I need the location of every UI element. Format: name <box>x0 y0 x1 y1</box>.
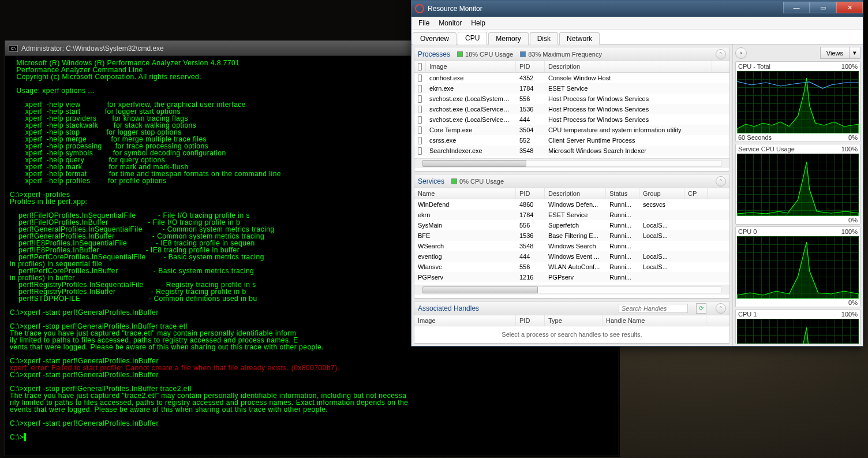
services-panel: Services 0% CPU Usage ⌃ Name PID Descrip… <box>414 174 730 299</box>
menu-monitor[interactable]: Monitor <box>434 18 466 28</box>
col-image[interactable]: Image <box>414 315 516 326</box>
menu-help[interactable]: Help <box>466 18 490 28</box>
table-row[interactable]: ekrn1784ESET ServiceRunni... <box>414 210 729 220</box>
row-checkbox[interactable] <box>414 105 426 114</box>
graph-label: CPU 1 <box>738 311 757 318</box>
services-list: WinDefend4860Windows Defen...Runni...sec… <box>414 199 729 285</box>
table-row[interactable]: SysMain556SuperfetchRunni...LocalS... <box>414 220 729 230</box>
minimize-button[interactable]: — <box>783 2 810 13</box>
menu-file[interactable]: File <box>414 18 434 28</box>
col-status[interactable]: Status <box>606 188 639 199</box>
graph-max: 100% <box>841 228 858 235</box>
row-checkbox[interactable] <box>414 95 426 103</box>
cpu-usage-label: 18% CPU Usage <box>465 51 513 58</box>
col-type[interactable]: Type <box>545 315 603 326</box>
collapse-button[interactable]: ⌃ <box>716 49 726 59</box>
search-handles-input[interactable] <box>619 304 688 313</box>
tab-cpu[interactable]: CPU <box>458 32 487 44</box>
views-label: Views <box>821 48 849 58</box>
graph-label: Service CPU Usage <box>738 146 795 152</box>
row-checkbox[interactable] <box>414 136 426 145</box>
table-row[interactable]: SearchIndexer.exe3548Microsoft Windows S… <box>414 146 729 156</box>
graph-foot-left: 60 Seconds <box>738 134 772 141</box>
table-row[interactable]: svchost.exe (LocalServiceNet...444Host P… <box>414 114 729 125</box>
table-row[interactable]: svchost.exe (LocalSystemNet...556Host Pr… <box>414 94 729 104</box>
chevron-down-icon: ▾ <box>849 47 860 58</box>
table-row[interactable]: WSearch3548Windows SearchRunni... <box>414 241 729 251</box>
processes-panel: Processes 18% CPU Usage 83% Maximum Freq… <box>414 47 730 172</box>
menubar: File Monitor Help <box>411 17 863 29</box>
expand-graphs-button[interactable]: › <box>735 47 747 59</box>
h-scrollbar[interactable] <box>414 285 729 295</box>
graph-service-cpu-usage: Service CPU Usage100%0% <box>735 144 860 225</box>
graph-cpu-1: CPU 1100% <box>735 309 860 344</box>
col-handle-name[interactable]: Handle Name <box>603 315 706 326</box>
cmd-icon: c:\ <box>9 45 18 52</box>
graph-label: CPU - Total <box>738 63 770 70</box>
collapse-button[interactable]: ⌃ <box>716 176 726 187</box>
graph-cpu-total: CPU - Total100%60 Seconds0% <box>735 61 860 142</box>
resource-monitor-window: Resource Monitor — ▭ ✕ File Monitor Help… <box>411 0 863 347</box>
table-row[interactable]: csrss.exe552Client Server Runtime Proces… <box>414 135 729 146</box>
table-row[interactable]: PGPserv1216PGPservRunni... <box>414 272 729 282</box>
svc-cpu-label: 0% CPU Usage <box>459 178 504 185</box>
table-row[interactable]: svchost.exe (LocalServiceNo...1536Host P… <box>414 104 729 114</box>
col-cp[interactable]: CP <box>684 188 708 199</box>
max-freq-label: 83% Maximum Frequency <box>528 51 602 58</box>
cmd-title: Administrator: C:\Windows\System32\cmd.e… <box>21 44 164 53</box>
row-checkbox[interactable] <box>414 147 426 155</box>
row-checkbox[interactable] <box>414 116 426 124</box>
tabs: Overview CPU Memory Disk Network <box>411 29 863 44</box>
handles-title: Associated Handles <box>418 304 479 312</box>
col-pid[interactable]: PID <box>516 315 545 326</box>
graph-max: 100% <box>841 311 858 318</box>
maximize-button[interactable]: ▭ <box>810 2 836 13</box>
services-title: Services <box>418 177 444 185</box>
max-freq-icon <box>520 51 526 57</box>
col-desc[interactable]: Description <box>545 61 712 72</box>
graph-max: 100% <box>841 146 858 152</box>
graph-foot-right: 0% <box>848 217 858 224</box>
svc-cpu-icon <box>451 178 457 184</box>
col-desc[interactable]: Description <box>545 188 606 199</box>
views-dropdown[interactable]: Views ▾ <box>820 47 860 59</box>
select-all-checkbox[interactable] <box>414 61 426 72</box>
tab-network[interactable]: Network <box>559 32 600 44</box>
rm-titlebar[interactable]: Resource Monitor — ▭ ✕ <box>411 1 863 17</box>
table-row[interactable]: ekrn.exe1784ESET Service <box>414 83 729 94</box>
table-row[interactable]: eventlog444Windows Event ...Runni...Loca… <box>414 251 729 262</box>
processes-header: Image PID Description <box>414 61 729 73</box>
app-icon <box>415 4 424 13</box>
close-button[interactable]: ✕ <box>836 2 863 13</box>
processes-list: conhost.exe4352Console Window Hostekrn.e… <box>414 73 729 158</box>
tab-disk[interactable]: Disk <box>530 32 558 44</box>
col-group[interactable]: Group <box>639 188 684 199</box>
handles-header: Image PID Type Handle Name <box>414 315 729 326</box>
row-checkbox[interactable] <box>414 84 426 93</box>
tab-overview[interactable]: Overview <box>413 32 457 44</box>
views-bar: › Views ▾ <box>735 47 860 59</box>
col-image[interactable]: Image <box>426 61 516 72</box>
rm-title: Resource Monitor <box>428 5 482 13</box>
table-row[interactable]: WinDefend4860Windows Defen...Runni...sec… <box>414 199 729 210</box>
col-name[interactable]: Name <box>414 188 516 199</box>
graph-label: CPU 0 <box>738 228 757 235</box>
row-checkbox[interactable] <box>414 126 426 135</box>
handles-panel: Associated Handles ⟳ ⌃ Image PID Type Ha… <box>414 301 730 344</box>
tab-memory[interactable]: Memory <box>488 32 528 44</box>
col-pid[interactable]: PID <box>516 188 545 199</box>
graph-foot-right: 0% <box>848 134 858 141</box>
row-checkbox[interactable] <box>414 74 426 83</box>
table-row[interactable]: BFE1536Base Filtering E...Runni...LocalS… <box>414 230 729 241</box>
services-header: Name PID Description Status Group CP <box>414 188 729 199</box>
table-row[interactable]: Wlansvc556WLAN AutoConf...Runni...LocalS… <box>414 262 729 272</box>
table-row[interactable]: Core Temp.exe3504CPU temperature and sys… <box>414 125 729 135</box>
h-scrollbar[interactable] <box>414 158 729 168</box>
refresh-icon[interactable]: ⟳ <box>696 303 706 314</box>
graph-cpu-0: CPU 0100%0% <box>735 226 860 307</box>
table-row[interactable]: conhost.exe4352Console Window Host <box>414 73 729 83</box>
collapse-button[interactable]: ⌃ <box>716 303 726 314</box>
col-pid[interactable]: PID <box>516 61 545 72</box>
cpu-usage-icon <box>457 51 463 57</box>
graph-foot-right: 0% <box>848 299 858 306</box>
